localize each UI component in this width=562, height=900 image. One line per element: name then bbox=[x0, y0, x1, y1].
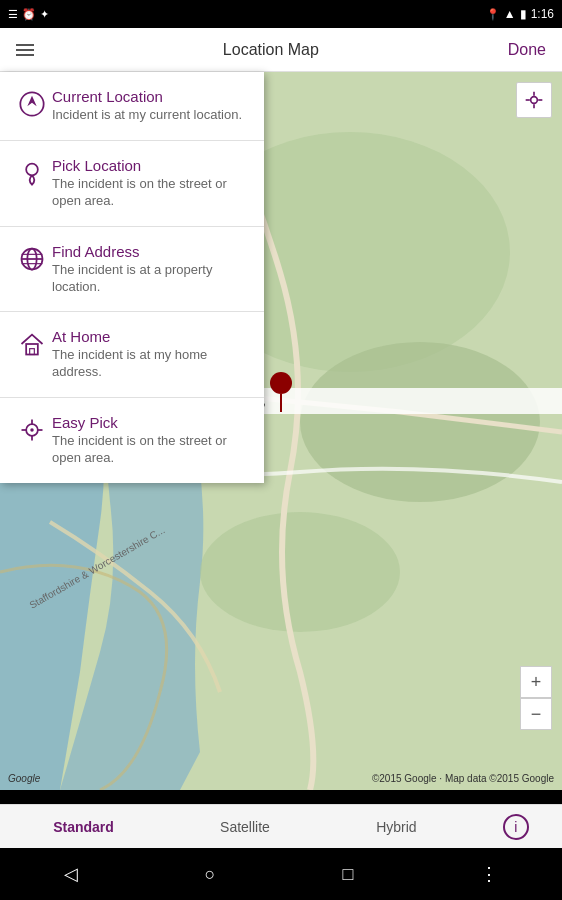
menu-item-find-address[interactable]: Find Address The incident is at a proper… bbox=[0, 227, 264, 313]
find-address-desc: The incident is at a property location. bbox=[52, 262, 252, 296]
bottom-bar: Standard Satellite Hybrid i bbox=[0, 804, 562, 848]
at-home-desc: The incident is at my home address. bbox=[52, 347, 252, 381]
recent-button[interactable]: □ bbox=[343, 864, 354, 885]
wifi-icon: ▲ bbox=[504, 7, 516, 21]
menu-item-current-location[interactable]: Current Location Incident is at my curre… bbox=[0, 72, 264, 141]
globe-icon bbox=[12, 243, 52, 273]
map-pin bbox=[270, 372, 292, 412]
back-button[interactable]: ◁ bbox=[64, 863, 78, 885]
easy-pick-desc: The incident is on the street or open ar… bbox=[52, 433, 252, 467]
dropdown-menu: Current Location Incident is at my curre… bbox=[0, 72, 264, 483]
location-pin-status-icon: 📍 bbox=[486, 8, 500, 21]
current-location-desc: Incident is at my current location. bbox=[52, 107, 252, 124]
pin-stem bbox=[280, 394, 282, 412]
more-button[interactable]: ⋮ bbox=[480, 863, 498, 885]
hamburger-icon[interactable] bbox=[16, 44, 34, 56]
easy-pick-title: Easy Pick bbox=[52, 414, 252, 431]
current-location-title: Current Location bbox=[52, 88, 252, 105]
svg-point-3 bbox=[200, 512, 400, 632]
pin-icon bbox=[12, 157, 52, 187]
menu-item-at-home[interactable]: At Home The incident is at my home addre… bbox=[0, 312, 264, 398]
info-button[interactable]: i bbox=[503, 814, 529, 840]
menu-item-pick-location[interactable]: Pick Location The incident is on the str… bbox=[0, 141, 264, 227]
pick-location-title: Pick Location bbox=[52, 157, 252, 174]
zoom-controls: + − bbox=[520, 666, 552, 730]
map-copyright: ©2015 Google · Map data ©2015 Google bbox=[372, 773, 554, 784]
crosshair-icon bbox=[12, 414, 52, 444]
status-left-icons: ☰ ⏰ ✦ bbox=[8, 8, 49, 21]
pin-circle bbox=[270, 372, 292, 394]
at-home-title: At Home bbox=[52, 328, 252, 345]
crosshair-map-icon bbox=[524, 90, 544, 110]
status-right-icons: 📍 ▲ ▮ 1:16 bbox=[486, 7, 554, 21]
svg-point-4 bbox=[531, 97, 538, 104]
find-address-title: Find Address bbox=[52, 243, 252, 260]
svg-point-2 bbox=[300, 342, 540, 502]
pick-location-desc: The incident is on the street or open ar… bbox=[52, 176, 252, 210]
done-button[interactable]: Done bbox=[508, 41, 546, 59]
battery-icon: ▮ bbox=[520, 7, 527, 21]
gps-status-icon: ✦ bbox=[40, 8, 49, 21]
alarm-icon: ⏰ bbox=[22, 8, 36, 21]
menu-item-easy-pick[interactable]: Easy Pick The incident is on the street … bbox=[0, 398, 264, 483]
google-logo: Google bbox=[8, 773, 40, 784]
easy-pick-text: Easy Pick The incident is on the street … bbox=[52, 414, 252, 467]
tab-satellite[interactable]: Satellite bbox=[200, 811, 290, 843]
tab-hybrid[interactable]: Hybrid bbox=[356, 811, 436, 843]
tab-standard[interactable]: Standard bbox=[33, 811, 134, 843]
current-location-text: Current Location Incident is at my curre… bbox=[52, 88, 252, 124]
status-bar: ☰ ⏰ ✦ 📍 ▲ ▮ 1:16 bbox=[0, 0, 562, 28]
home-button[interactable]: ○ bbox=[205, 864, 216, 885]
home-icon bbox=[12, 328, 52, 358]
location-arrow-icon bbox=[12, 88, 52, 118]
page-title: Location Map bbox=[223, 41, 319, 59]
find-address-text: Find Address The incident is at a proper… bbox=[52, 243, 252, 296]
svg-marker-10 bbox=[27, 96, 36, 107]
pick-location-text: Pick Location The incident is on the str… bbox=[52, 157, 252, 210]
notification-icon: ☰ bbox=[8, 8, 18, 21]
zoom-out-button[interactable]: − bbox=[520, 698, 552, 730]
svg-point-11 bbox=[26, 164, 38, 176]
time-display: 1:16 bbox=[531, 7, 554, 21]
zoom-in-button[interactable]: + bbox=[520, 666, 552, 698]
at-home-text: At Home The incident is at my home addre… bbox=[52, 328, 252, 381]
svg-point-20 bbox=[30, 428, 34, 432]
current-location-button[interactable] bbox=[516, 82, 552, 118]
nav-bar: ◁ ○ □ ⋮ bbox=[0, 848, 562, 900]
top-bar: Location Map Done bbox=[0, 28, 562, 72]
